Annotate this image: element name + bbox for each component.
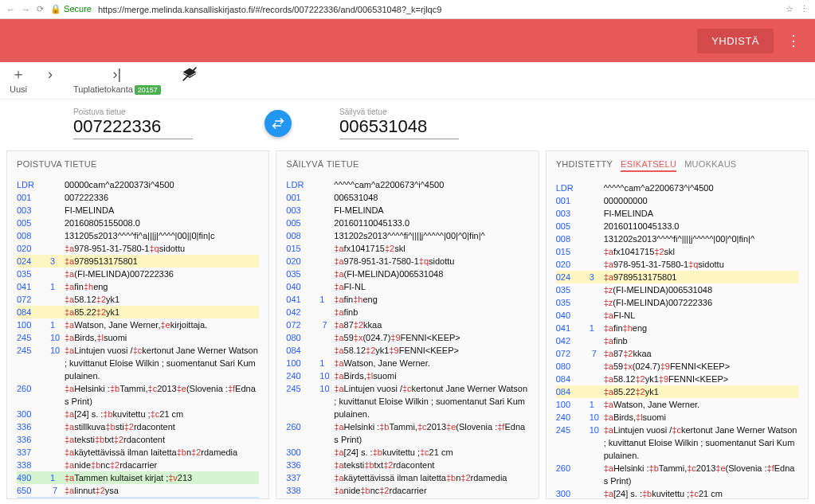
marc-row[interactable]: 24010‡aBirds,‡lsuomi xyxy=(286,369,528,382)
marc-row[interactable]: 337‡akäytettävissä ilman laitetta‡bn‡2rd… xyxy=(286,471,528,484)
marc-row[interactable]: 0411 ‡afin‡heng xyxy=(17,280,259,293)
marc-row[interactable]: 003FI-MELINDA xyxy=(556,207,798,220)
marc-row[interactable]: 035‡z(FI-MELINDA)006531048 xyxy=(556,283,798,296)
sailyva-label: Säilyvä tietue xyxy=(339,107,459,116)
marc-row[interactable]: 260‡aHelsinki :‡bTammi,‡c2013‡e(Slovenia… xyxy=(556,462,798,487)
marc-row[interactable]: 035‡a(FI-MELINDA)006531048 xyxy=(286,268,528,280)
marc-row[interactable]: 24510‡aLintujen vuosi /‡ckertonut Jane W… xyxy=(556,424,798,462)
marc-row[interactable]: 300‡a[24] s. :‡bkuvitettu ;‡c21 cm xyxy=(286,446,528,459)
marc-row[interactable]: 001006531048 xyxy=(286,191,528,204)
marc-row[interactable]: 042‡afinb xyxy=(286,306,528,318)
url-display[interactable]: https://merge.melinda.kansalliskirjasto.… xyxy=(98,5,779,14)
panel-poistuva: POISTUVA TIETUE LDR00000cam^a2200373i^45… xyxy=(6,150,269,499)
marc-row[interactable]: 008131205s2013^^^^fi^a|||j|^^^^|00||0|fi… xyxy=(17,229,259,242)
marc-row[interactable]: 338‡anide‡bnc‡2rdacarrier xyxy=(286,484,528,497)
marc-row[interactable]: 24510‡aBirds,‡lsuomi xyxy=(17,331,259,344)
panel-title-main: YHDISTETTY xyxy=(556,159,613,172)
marc-row[interactable]: 300‡a[24] s. :‡bkuvitettu ;‡c21 cm xyxy=(556,487,798,499)
marc-row[interactable]: 040‡aFI-NL xyxy=(556,309,798,322)
marc-row[interactable]: 4901 ‡aTammen kultaiset kirjat ;‡v213 xyxy=(17,471,259,484)
marc-row[interactable]: 336‡ateksti‡btxt‡2rdacontent xyxy=(17,433,259,446)
count-badge: 20157 xyxy=(135,85,161,95)
marc-row[interactable]: 338‡anide‡bnc‡2rdacarrier xyxy=(17,459,259,471)
marc-row[interactable]: 336‡astillkuva‡bsti‡2rdacontent xyxy=(17,420,259,433)
forward-icon[interactable]: → xyxy=(22,5,30,14)
marc-row[interactable]: 0243 ‡a9789513175801 xyxy=(556,271,798,283)
marc-row[interactable]: 080‡a59‡x(024.7)‡9FENNI<KEEP> xyxy=(286,331,528,344)
marc-row[interactable]: LDR^^^^^cam^a2200673^i^4500 xyxy=(286,178,528,191)
record-id-row: Poistuva tietue 007222336 Säilyvä tietue… xyxy=(0,100,815,150)
marc-row[interactable]: 072‡a58.12‡2yk1 xyxy=(17,293,259,306)
marc-row[interactable]: 042‡afinb xyxy=(556,334,798,347)
marc-records-sailyva: LDR^^^^^cam^a2200673^i^45000010065310480… xyxy=(286,178,528,499)
bookmark-icon[interactable]: ☆ xyxy=(786,4,793,14)
merge-button[interactable]: YHDISTÄ xyxy=(697,29,774,53)
marc-row[interactable]: 260‡aHelsinki :‡bTammi,‡c2013‡e(Slovenia… xyxy=(286,420,528,446)
marc-row[interactable]: 0411 ‡afin‡heng xyxy=(556,322,798,334)
marc-row[interactable]: 1001 ‡aWatson, Jane Werner. xyxy=(556,398,798,411)
marc-row[interactable]: 650 7‡alinnut‡2ysa xyxy=(17,484,259,497)
marc-row[interactable]: 015‡afx1041715‡2skl xyxy=(556,245,798,258)
marc-row[interactable]: 336‡ateksti‡btxt‡2rdacontent xyxy=(286,459,528,471)
marc-row[interactable]: 337‡akäytettävissä ilman laitetta‡bn‡2rd… xyxy=(17,446,259,459)
marc-row[interactable]: 003FI-MELINDA xyxy=(17,204,259,217)
layers-off-icon xyxy=(182,65,198,83)
panel-title: SÄILYVÄ TIETUE xyxy=(286,159,528,169)
reload-icon[interactable]: ⟳ xyxy=(37,4,44,14)
marc-row[interactable]: 4900 ‡aTammen kultaiset kirjat ;‡v213 xyxy=(286,497,528,499)
marc-row[interactable]: 084‡a85.22‡2yk1 xyxy=(17,306,259,318)
browser-address-bar: ← → ⟳ 🔒 Secure https://merge.melinda.kan… xyxy=(0,0,815,19)
marc-row[interactable]: 020‡a978-951-31-7580-1‡qsidottu xyxy=(17,242,259,255)
panels-row: POISTUVA TIETUE LDR00000cam^a2200373i^45… xyxy=(0,150,815,499)
swap-button[interactable] xyxy=(264,110,292,137)
sailyva-value[interactable]: 006531048 xyxy=(339,116,459,139)
marc-row[interactable]: 260‡aHelsinki :‡bTammi,‡c2013‡e(Slovenia… xyxy=(17,382,259,408)
toolbar-new-label: Uusi xyxy=(10,84,27,94)
poistuva-label: Poistuva tietue xyxy=(73,107,193,116)
marc-row[interactable]: 300‡a[24] s. :‡bkuvitettu ;‡c21 cm xyxy=(17,408,259,420)
marc-row[interactable]: 035‡a(FI-MELINDA)007222336 xyxy=(17,268,259,280)
toolbar-skip[interactable]: ›| Tuplatietokanta20157 xyxy=(73,65,161,94)
tab-preview[interactable]: ESIKATSELU xyxy=(621,159,676,172)
tab-edit[interactable]: MUOKKAUS xyxy=(684,159,736,172)
header-menu-icon[interactable]: ⋮ xyxy=(782,32,805,49)
marc-row[interactable]: 020‡a978-951-31-7580-1‡qsidottu xyxy=(286,255,528,268)
panel-title-tabs: YHDISTETTY ESIKATSELU MUOKKAUS xyxy=(556,159,798,172)
marc-row[interactable]: 1001 ‡aWatson, Jane Werner. xyxy=(286,357,528,369)
marc-row[interactable]: 008131202s2013^^^^fi^||||j^^^^^|00|^0|fi… xyxy=(556,232,798,245)
toolbar-new[interactable]: ＋ Uusi xyxy=(10,65,27,94)
back-icon[interactable]: ← xyxy=(6,5,15,14)
marc-row[interactable]: 080‡a59‡x(024.7)‡9FENNI<KEEP> xyxy=(556,360,798,373)
marc-row[interactable]: 040‡aFI-NL xyxy=(286,280,528,293)
marc-row[interactable]: 00520160110045133.0 xyxy=(286,217,528,229)
toolbar-next[interactable]: › xyxy=(48,65,53,94)
marc-row[interactable]: 084‡a58.12‡2yk1‡9FENNI<KEEP> xyxy=(286,344,528,357)
marc-row[interactable]: 072 7‡a87‡2kkaa xyxy=(286,318,528,331)
swap-icon xyxy=(271,116,285,131)
marc-row[interactable]: 035‡z(FI-MELINDA)007222336 xyxy=(556,296,798,309)
marc-row[interactable]: 084‡a85.22‡2yk1 xyxy=(556,385,798,398)
panel-title: POISTUVA TIETUE xyxy=(17,159,259,169)
marc-row[interactable]: 0411 ‡afin‡heng xyxy=(286,293,528,306)
marc-row[interactable]: 084‡a58.12‡2yk1‡9FENNI<KEEP> xyxy=(556,373,798,385)
toolbar-layers-off[interactable] xyxy=(182,65,198,94)
marc-row[interactable]: LDR00000cam^a2200373i^4500 xyxy=(17,178,259,191)
marc-row[interactable]: 1001 ‡aWatson, Jane Werner,‡ekirjoittaja… xyxy=(17,318,259,331)
marc-row[interactable]: 008131202s2013^^^^fi^||||j^^^^^|00|^0|fi… xyxy=(286,229,528,242)
marc-row[interactable]: 003FI-MELINDA xyxy=(286,204,528,217)
marc-row[interactable]: 001007222336 xyxy=(17,191,259,204)
marc-row[interactable]: LDR^^^^^cam^a2200673^i^4500 xyxy=(556,182,798,194)
marc-row[interactable]: 24510‡aLintujen vuosi /‡ckertonut Jane W… xyxy=(17,344,259,382)
marc-row[interactable]: 001000000000 xyxy=(556,194,798,207)
marc-row[interactable]: 24510‡aLintujen vuosi /‡ckertonut Jane W… xyxy=(286,382,528,420)
marc-row[interactable]: 020‡a978-951-31-7580-1‡qsidottu xyxy=(556,258,798,271)
marc-row[interactable]: 650 7‡apesintä‡xlinnut‡2ysa xyxy=(17,497,259,499)
poistuva-value[interactable]: 007222336 xyxy=(73,116,193,139)
marc-row[interactable]: 0243 ‡a9789513175801 xyxy=(17,255,259,268)
browser-menu-icon[interactable]: ⋮ xyxy=(800,4,809,14)
marc-row[interactable]: 00520160805155008.0 xyxy=(17,217,259,229)
marc-row[interactable]: 072 7‡a87‡2kkaa xyxy=(556,347,798,360)
marc-row[interactable]: 015‡afx1041715‡2skl xyxy=(286,242,528,255)
marc-row[interactable]: 24010‡aBirds,‡lsuomi xyxy=(556,411,798,424)
marc-row[interactable]: 00520160110045133.0 xyxy=(556,220,798,232)
